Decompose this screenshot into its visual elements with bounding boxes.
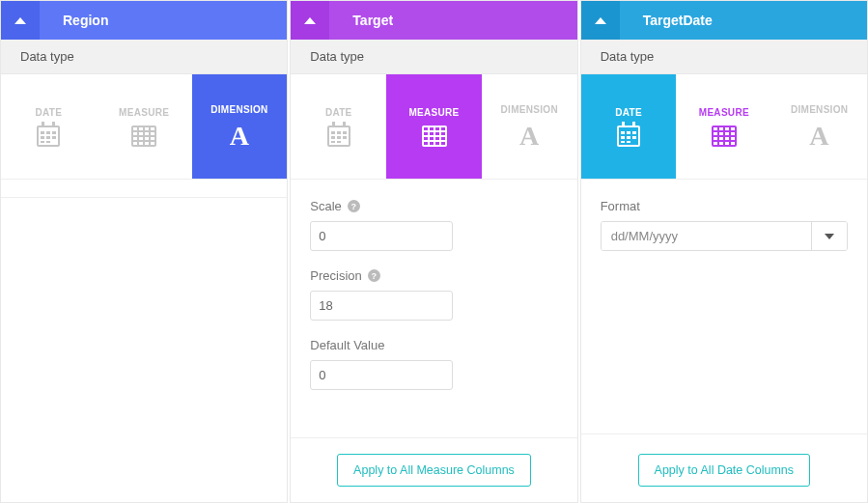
chevron-up-icon: [595, 17, 606, 24]
chevron-up-icon: [304, 17, 316, 24]
label-text: Scale: [310, 199, 342, 213]
format-label: Format: [601, 199, 848, 213]
data-type-label: Data type: [291, 40, 576, 74]
separator: [1, 180, 287, 198]
format-select[interactable]: dd/MM/yyyy: [601, 221, 848, 251]
precision-input[interactable]: [310, 291, 453, 321]
collapse-toggle[interactable]: [291, 1, 329, 40]
type-option-measure[interactable]: MEASURE: [676, 74, 771, 179]
type-label: MEASURE: [119, 107, 169, 118]
grid-icon: [422, 126, 447, 147]
collapse-toggle[interactable]: [581, 1, 620, 40]
scale-input[interactable]: [310, 221, 453, 251]
label-text: Precision: [310, 268, 361, 283]
panel-target-header: Target: [291, 1, 576, 40]
panel-target: Target Data type DATE MEASURE DIMENSION …: [290, 0, 577, 503]
panel-targetdate: TargetDate Data type DATE MEASURE DIMENS…: [580, 0, 868, 503]
data-type-label: Data type: [581, 40, 867, 74]
default-value-label: Default Value: [310, 338, 557, 352]
type-label: DATE: [615, 107, 642, 118]
data-type-selector: DATE MEASURE DIMENSION A: [291, 74, 576, 180]
default-value-input[interactable]: [310, 360, 453, 390]
data-type-selector: DATE MEASURE DIMENSION A: [1, 74, 287, 180]
type-label: MEASURE: [699, 107, 749, 118]
type-option-measure[interactable]: MEASURE: [386, 74, 482, 179]
data-type-selector: DATE MEASURE DIMENSION A: [581, 74, 867, 180]
dimension-icon: A: [809, 123, 829, 150]
panel-title: TargetDate: [620, 13, 713, 28]
label-text: Format: [601, 199, 640, 213]
format-value[interactable]: dd/MM/yyyy: [602, 222, 811, 250]
date-settings: Format dd/MM/yyyy: [581, 180, 867, 433]
label-text: Default Value: [310, 338, 384, 352]
chevron-up-icon: [14, 17, 26, 24]
grid-icon: [131, 126, 156, 147]
dimension-icon: A: [230, 123, 250, 150]
scale-field: Scale ?: [310, 199, 557, 251]
calendar-icon: [327, 126, 350, 147]
panel-region: Region Data type DATE MEASURE DIMENSION …: [0, 0, 288, 503]
collapse-toggle[interactable]: [1, 1, 40, 40]
type-option-dimension[interactable]: DIMENSION A: [771, 74, 867, 179]
panel-targetdate-header: TargetDate: [581, 1, 867, 40]
type-label: DATE: [325, 107, 352, 118]
precision-field: Precision ?: [310, 268, 557, 321]
type-option-dimension[interactable]: DIMENSION A: [192, 74, 288, 179]
data-type-label: Data type: [1, 40, 287, 74]
type-label: MEASURE: [408, 107, 459, 118]
format-field: Format dd/MM/yyyy: [601, 199, 848, 251]
dimension-icon: A: [519, 123, 540, 150]
type-label: DIMENSION: [501, 104, 558, 115]
scale-label: Scale ?: [310, 199, 557, 213]
type-option-date[interactable]: DATE: [581, 74, 677, 179]
precision-label: Precision ?: [310, 268, 557, 283]
type-label: DATE: [36, 107, 63, 118]
type-option-date[interactable]: DATE: [1, 74, 97, 179]
apply-section: Apply to All Measure Columns: [291, 437, 576, 502]
calendar-icon: [37, 126, 60, 147]
format-dropdown-button[interactable]: [811, 222, 847, 250]
grid-icon: [712, 126, 737, 147]
calendar-icon: [617, 126, 640, 147]
default-value-field: Default Value: [310, 338, 557, 390]
panel-title: Target: [329, 13, 393, 28]
help-icon[interactable]: ?: [368, 269, 380, 282]
apply-all-measure-button[interactable]: Apply to All Measure Columns: [337, 454, 531, 487]
apply-all-date-button[interactable]: Apply to All Date Columns: [638, 454, 811, 487]
type-option-measure[interactable]: MEASURE: [97, 74, 192, 179]
panel-title: Region: [40, 13, 108, 28]
type-option-date[interactable]: DATE: [291, 74, 386, 179]
help-icon[interactable]: ?: [348, 200, 360, 212]
chevron-down-icon: [825, 234, 834, 239]
apply-section: Apply to All Date Columns: [581, 434, 867, 502]
type-label: DIMENSION: [791, 104, 848, 115]
type-label: DIMENSION: [210, 104, 267, 115]
measure-settings: Scale ? Precision ? Default Value: [291, 180, 576, 437]
panel-region-header: Region: [1, 1, 287, 40]
type-option-dimension[interactable]: DIMENSION A: [482, 74, 577, 179]
